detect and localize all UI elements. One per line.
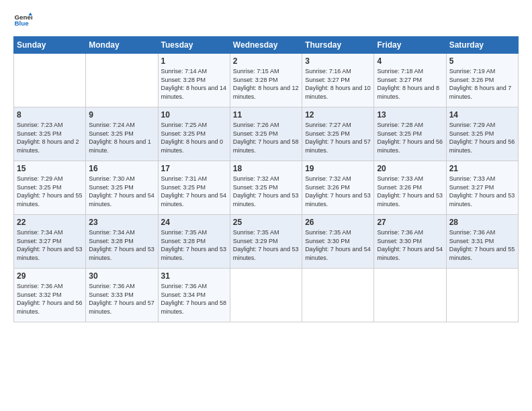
calendar-cell: 4Sunrise: 7:18 AMSunset: 3:27 PMDaylight… — [374, 54, 446, 107]
day-info: Sunrise: 7:26 AMSunset: 3:25 PMDaylight:… — [233, 121, 299, 154]
day-info: Sunrise: 7:31 AMSunset: 3:25 PMDaylight:… — [161, 175, 227, 208]
weekday-header: Friday — [374, 37, 446, 54]
day-number: 3 — [305, 56, 371, 66]
calendar-cell: 9Sunrise: 7:24 AMSunset: 3:25 PMDaylight… — [86, 107, 158, 161]
calendar-cell: 31Sunrise: 7:36 AMSunset: 3:34 PMDayligh… — [158, 269, 230, 322]
calendar-cell: 27Sunrise: 7:36 AMSunset: 3:30 PMDayligh… — [374, 215, 446, 269]
calendar-cell: 13Sunrise: 7:28 AMSunset: 3:25 PMDayligh… — [374, 107, 446, 161]
calendar-week-row: 15Sunrise: 7:29 AMSunset: 3:25 PMDayligh… — [14, 161, 519, 215]
day-number: 15 — [17, 164, 83, 173]
calendar-cell: 22Sunrise: 7:34 AMSunset: 3:27 PMDayligh… — [14, 215, 86, 269]
calendar-cell: 12Sunrise: 7:27 AMSunset: 3:25 PMDayligh… — [302, 107, 374, 161]
svg-text:Blue: Blue — [14, 19, 29, 27]
day-info: Sunrise: 7:23 AMSunset: 3:25 PMDaylight:… — [17, 121, 83, 154]
day-info: Sunrise: 7:16 AMSunset: 3:27 PMDaylight:… — [305, 67, 371, 101]
day-info: Sunrise: 7:18 AMSunset: 3:27 PMDaylight:… — [377, 67, 443, 101]
calendar-cell: 2Sunrise: 7:15 AMSunset: 3:28 PMDaylight… — [230, 54, 302, 107]
calendar-cell: 21Sunrise: 7:33 AMSunset: 3:27 PMDayligh… — [446, 161, 518, 215]
logo-icon: General Blue — [13, 11, 32, 30]
calendar-week-row: 1Sunrise: 7:14 AMSunset: 3:28 PMDaylight… — [14, 54, 519, 107]
day-info: Sunrise: 7:36 AMSunset: 3:33 PMDaylight:… — [89, 282, 154, 316]
day-number: 20 — [377, 164, 443, 173]
weekday-header: Sunday — [14, 37, 86, 54]
day-info: Sunrise: 7:36 AMSunset: 3:31 PMDaylight:… — [449, 228, 515, 262]
day-number: 31 — [161, 271, 227, 281]
calendar-cell: 29Sunrise: 7:36 AMSunset: 3:32 PMDayligh… — [14, 269, 86, 322]
day-info: Sunrise: 7:19 AMSunset: 3:26 PMDaylight:… — [449, 67, 515, 101]
calendar-cell — [230, 269, 302, 322]
day-info: Sunrise: 7:29 AMSunset: 3:25 PMDaylight:… — [17, 175, 83, 208]
weekday-header: Wednesday — [230, 37, 302, 54]
calendar-cell: 17Sunrise: 7:31 AMSunset: 3:25 PMDayligh… — [158, 161, 230, 215]
day-number: 18 — [233, 164, 299, 173]
calendar-cell: 28Sunrise: 7:36 AMSunset: 3:31 PMDayligh… — [446, 215, 518, 269]
day-number: 19 — [305, 164, 371, 173]
calendar-cell: 3Sunrise: 7:16 AMSunset: 3:27 PMDaylight… — [302, 54, 374, 107]
day-info: Sunrise: 7:32 AMSunset: 3:26 PMDaylight:… — [305, 175, 371, 208]
weekday-header: Saturday — [446, 37, 518, 54]
calendar-week-row: 29Sunrise: 7:36 AMSunset: 3:32 PMDayligh… — [14, 269, 519, 322]
logo: General Blue — [13, 11, 32, 30]
day-number: 4 — [377, 56, 443, 66]
calendar-cell: 15Sunrise: 7:29 AMSunset: 3:25 PMDayligh… — [14, 161, 86, 215]
day-info: Sunrise: 7:33 AMSunset: 3:26 PMDaylight:… — [377, 175, 443, 208]
day-number: 1 — [161, 56, 227, 66]
day-info: Sunrise: 7:30 AMSunset: 3:25 PMDaylight:… — [89, 175, 154, 208]
day-number: 25 — [233, 218, 299, 227]
day-number: 23 — [89, 218, 154, 227]
day-info: Sunrise: 7:15 AMSunset: 3:28 PMDaylight:… — [233, 67, 299, 101]
day-number: 11 — [233, 110, 299, 120]
calendar-cell — [374, 269, 446, 322]
day-info: Sunrise: 7:32 AMSunset: 3:25 PMDaylight:… — [233, 175, 299, 208]
day-info: Sunrise: 7:33 AMSunset: 3:27 PMDaylight:… — [449, 175, 515, 208]
calendar-cell: 26Sunrise: 7:35 AMSunset: 3:30 PMDayligh… — [302, 215, 374, 269]
calendar-cell: 11Sunrise: 7:26 AMSunset: 3:25 PMDayligh… — [230, 107, 302, 161]
day-number: 30 — [89, 271, 154, 281]
calendar-cell: 19Sunrise: 7:32 AMSunset: 3:26 PMDayligh… — [302, 161, 374, 215]
calendar-week-row: 22Sunrise: 7:34 AMSunset: 3:27 PMDayligh… — [14, 215, 519, 269]
calendar-cell — [302, 269, 374, 322]
day-info: Sunrise: 7:27 AMSunset: 3:25 PMDaylight:… — [305, 121, 371, 154]
calendar-cell: 14Sunrise: 7:29 AMSunset: 3:25 PMDayligh… — [446, 107, 518, 161]
day-info: Sunrise: 7:35 AMSunset: 3:29 PMDaylight:… — [233, 228, 299, 262]
day-info: Sunrise: 7:36 AMSunset: 3:32 PMDaylight:… — [17, 282, 83, 316]
day-number: 17 — [161, 164, 227, 173]
calendar-cell — [86, 54, 158, 107]
day-number: 8 — [17, 110, 83, 120]
day-number: 21 — [449, 164, 515, 173]
day-number: 13 — [377, 110, 443, 120]
day-number: 12 — [305, 110, 371, 120]
calendar-cell: 1Sunrise: 7:14 AMSunset: 3:28 PMDaylight… — [158, 54, 230, 107]
calendar-table: SundayMondayTuesdayWednesdayThursdayFrid… — [13, 36, 519, 322]
calendar-cell: 30Sunrise: 7:36 AMSunset: 3:33 PMDayligh… — [86, 269, 158, 322]
day-number: 29 — [17, 271, 83, 281]
day-info: Sunrise: 7:36 AMSunset: 3:34 PMDaylight:… — [161, 282, 227, 316]
day-info: Sunrise: 7:35 AMSunset: 3:30 PMDaylight:… — [305, 228, 371, 262]
weekday-header: Thursday — [302, 37, 374, 54]
calendar-body: 1Sunrise: 7:14 AMSunset: 3:28 PMDaylight… — [14, 54, 519, 322]
day-info: Sunrise: 7:28 AMSunset: 3:25 PMDaylight:… — [377, 121, 443, 154]
page: General Blue SundayMondayTuesdayWednesda… — [0, 0, 532, 411]
calendar-cell: 10Sunrise: 7:25 AMSunset: 3:25 PMDayligh… — [158, 107, 230, 161]
day-info: Sunrise: 7:14 AMSunset: 3:28 PMDaylight:… — [161, 67, 227, 101]
header: General Blue — [13, 11, 519, 30]
calendar-cell: 5Sunrise: 7:19 AMSunset: 3:26 PMDaylight… — [446, 54, 518, 107]
day-info: Sunrise: 7:35 AMSunset: 3:28 PMDaylight:… — [161, 228, 227, 262]
day-number: 16 — [89, 164, 154, 173]
day-info: Sunrise: 7:29 AMSunset: 3:25 PMDaylight:… — [449, 121, 515, 154]
day-info: Sunrise: 7:25 AMSunset: 3:25 PMDaylight:… — [161, 121, 227, 154]
calendar-cell: 20Sunrise: 7:33 AMSunset: 3:26 PMDayligh… — [374, 161, 446, 215]
day-number: 24 — [161, 218, 227, 227]
weekday-header: Monday — [86, 37, 158, 54]
day-info: Sunrise: 7:34 AMSunset: 3:27 PMDaylight:… — [17, 228, 83, 262]
day-number: 22 — [17, 218, 83, 227]
day-number: 10 — [161, 110, 227, 120]
day-number: 14 — [449, 110, 515, 120]
weekday-header: Tuesday — [158, 37, 230, 54]
day-info: Sunrise: 7:36 AMSunset: 3:30 PMDaylight:… — [377, 228, 443, 262]
day-number: 9 — [89, 110, 154, 120]
calendar-header-row: SundayMondayTuesdayWednesdayThursdayFrid… — [14, 37, 519, 54]
calendar-cell: 25Sunrise: 7:35 AMSunset: 3:29 PMDayligh… — [230, 215, 302, 269]
calendar-cell — [446, 269, 518, 322]
day-info: Sunrise: 7:24 AMSunset: 3:25 PMDaylight:… — [89, 121, 154, 154]
